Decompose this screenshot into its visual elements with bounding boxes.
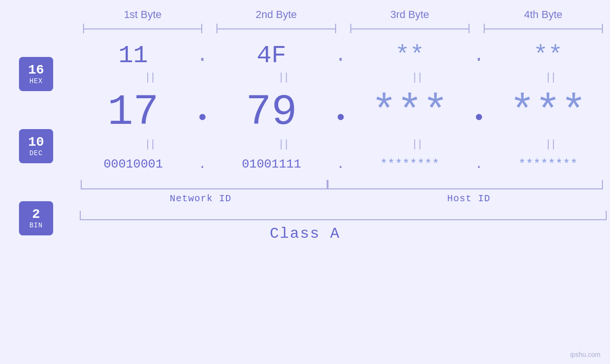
bracket-top-1 [83, 24, 202, 33]
top-brackets [0, 24, 610, 33]
byte-header-2: 2nd Byte [209, 9, 343, 21]
hex-byte-3: ** [348, 42, 472, 70]
id-labels-row: Network ID Host ID [74, 193, 610, 204]
badge-dec: 10 DEC [19, 129, 53, 163]
bin-row: 00010001 . 01001111 . ******** . *******… [0, 156, 610, 172]
bracket-top-2 [216, 24, 336, 33]
dec-row: 17 ● 79 ● *** ● *** [0, 88, 610, 137]
dot-hex-2: . [334, 45, 348, 66]
dot-hex-1: . [195, 45, 209, 66]
bin-byte-1: 00010001 [71, 157, 195, 171]
eq2-4: || [491, 139, 610, 150]
dot-dec-1: ● [195, 109, 209, 125]
class-label: Class A [270, 225, 340, 243]
dec-byte-1: 17 [71, 88, 195, 137]
eq2-1: || [90, 139, 209, 150]
bottom-brackets-row [74, 180, 610, 189]
bin-byte-3: ******** [348, 157, 472, 171]
eq1-1: || [90, 72, 209, 84]
dot-bin-2: . [334, 156, 348, 172]
bin-byte-4: ******** [486, 157, 610, 171]
hex-byte-4: ** [486, 42, 610, 70]
dec-byte-2: 79 [209, 88, 333, 137]
byte-header-3: 3rd Byte [343, 9, 477, 21]
eq1-3: || [357, 72, 477, 84]
eq2-2: || [224, 139, 343, 150]
equals-row-1: || || || || [0, 72, 610, 84]
dec-byte-4: *** [486, 88, 610, 137]
main-container: 1st Byte 2nd Byte 3rd Byte 4th Byte 11 .… [0, 0, 610, 364]
dec-byte-3: *** [348, 88, 472, 137]
byte-header-4: 4th Byte [477, 9, 610, 21]
dot-bin-1: . [195, 156, 209, 172]
badge-hex: 16 HEX [19, 57, 53, 91]
bracket-top-4 [484, 24, 603, 33]
host-id-label: Host ID [328, 193, 610, 204]
dot-hex-3: . [472, 45, 486, 66]
bin-byte-2: 01001111 [209, 157, 333, 171]
eq2-3: || [357, 139, 477, 150]
eq1-2: || [224, 72, 343, 84]
bracket-host [328, 180, 610, 189]
dot-dec-2: ● [334, 109, 348, 125]
equals-row-2: || || || || [0, 139, 610, 150]
network-id-label: Network ID [74, 193, 328, 204]
byte-header-1: 1st Byte [76, 9, 209, 21]
full-bottom-bracket [80, 211, 607, 220]
hex-byte-1: 11 [71, 42, 195, 70]
dot-bin-3: . [472, 156, 486, 172]
badge-bin: 2 BIN [19, 201, 53, 235]
watermark: ipshu.com [570, 351, 601, 358]
bracket-top-3 [350, 24, 469, 33]
eq1-4: || [491, 72, 610, 84]
dot-dec-3: ● [472, 109, 486, 125]
hex-row: 11 . 4F . ** . ** [0, 42, 610, 70]
badges-col: 16 HEX 10 DEC 2 BIN [19, 57, 53, 235]
bracket-network [74, 180, 328, 189]
class-label-row: Class A [0, 225, 610, 243]
hex-byte-2: 4F [209, 42, 333, 70]
byte-headers: 1st Byte 2nd Byte 3rd Byte 4th Byte [0, 9, 610, 21]
